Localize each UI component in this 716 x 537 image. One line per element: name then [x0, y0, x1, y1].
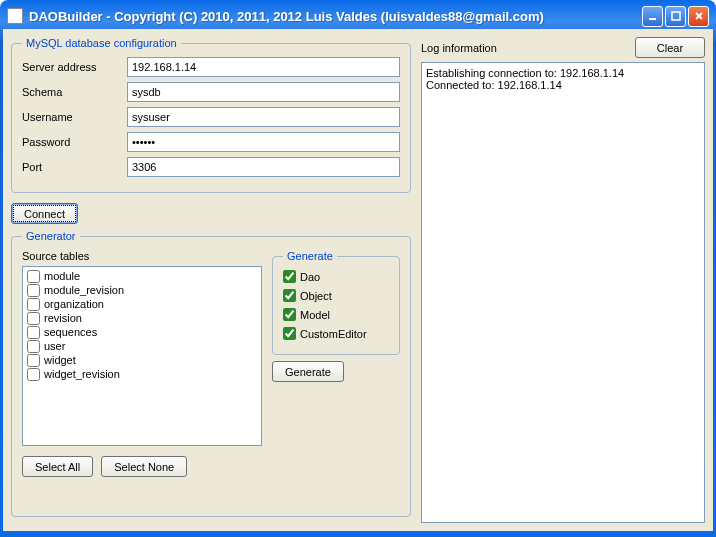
list-item-checkbox[interactable] — [27, 340, 40, 353]
generate-button[interactable]: Generate — [272, 361, 344, 382]
list-item-label: module_revision — [44, 283, 124, 297]
source-tables-label: Source tables — [22, 250, 262, 262]
list-item: user — [25, 339, 259, 353]
app-icon — [7, 8, 23, 24]
log-information-label: Log information — [421, 42, 635, 54]
list-item: revision — [25, 311, 259, 325]
server-address-input[interactable] — [127, 57, 400, 77]
close-button[interactable] — [688, 6, 709, 27]
window: DAOBuilder - Copyright (C) 2010, 2011, 2… — [0, 0, 716, 537]
window-controls — [642, 6, 709, 27]
customeditor-checkbox[interactable] — [283, 327, 296, 340]
list-item: organization — [25, 297, 259, 311]
password-input[interactable] — [127, 132, 400, 152]
dao-checkbox[interactable] — [283, 270, 296, 283]
list-item: widget_revision — [25, 367, 259, 381]
list-item: widget — [25, 353, 259, 367]
model-checkbox[interactable] — [283, 308, 296, 321]
generator-legend: Generator — [22, 230, 80, 242]
list-item-checkbox[interactable] — [27, 312, 40, 325]
generate-options-group: Generate Dao Object Model CustomEditor — [272, 250, 400, 355]
client-area: MySQL database configuration Server addr… — [3, 29, 713, 531]
list-item-checkbox[interactable] — [27, 368, 40, 381]
list-item-checkbox[interactable] — [27, 354, 40, 367]
list-item-label: widget_revision — [44, 367, 120, 381]
titlebar: DAOBuilder - Copyright (C) 2010, 2011, 2… — [3, 3, 713, 29]
select-all-button[interactable]: Select All — [22, 456, 93, 477]
log-output[interactable]: Establishing connection to: 192.168.1.14… — [421, 62, 705, 523]
list-item-checkbox[interactable] — [27, 326, 40, 339]
list-item-checkbox[interactable] — [27, 284, 40, 297]
list-item: module — [25, 269, 259, 283]
clear-button[interactable]: Clear — [635, 37, 705, 58]
password-label: Password — [22, 136, 127, 148]
source-tables-list[interactable]: module module_revision organization revi… — [22, 266, 262, 446]
username-label: Username — [22, 111, 127, 123]
generate-legend: Generate — [283, 250, 337, 262]
model-option[interactable]: Model — [283, 308, 389, 321]
username-input[interactable] — [127, 107, 400, 127]
object-checkbox[interactable] — [283, 289, 296, 302]
list-item-label: revision — [44, 311, 82, 325]
customeditor-option[interactable]: CustomEditor — [283, 327, 389, 340]
window-title: DAOBuilder - Copyright (C) 2010, 2011, 2… — [29, 9, 544, 24]
list-item-label: organization — [44, 297, 104, 311]
mysql-config-group: MySQL database configuration Server addr… — [11, 37, 411, 193]
svg-rect-0 — [649, 18, 656, 20]
list-item-label: module — [44, 269, 80, 283]
list-item-label: sequences — [44, 325, 97, 339]
list-item: module_revision — [25, 283, 259, 297]
list-item-checkbox[interactable] — [27, 298, 40, 311]
list-item-label: widget — [44, 353, 76, 367]
select-none-button[interactable]: Select None — [101, 456, 187, 477]
svg-rect-1 — [672, 12, 680, 20]
maximize-button[interactable] — [665, 6, 686, 27]
mysql-legend: MySQL database configuration — [22, 37, 181, 49]
generator-group: Generator Source tables module module_re… — [11, 230, 411, 517]
list-item-checkbox[interactable] — [27, 270, 40, 283]
schema-label: Schema — [22, 86, 127, 98]
dao-option[interactable]: Dao — [283, 270, 389, 283]
connect-button[interactable]: Connect — [11, 203, 78, 224]
port-label: Port — [22, 161, 127, 173]
list-item-label: user — [44, 339, 65, 353]
list-item: sequences — [25, 325, 259, 339]
port-input[interactable] — [127, 157, 400, 177]
minimize-button[interactable] — [642, 6, 663, 27]
object-option[interactable]: Object — [283, 289, 389, 302]
schema-input[interactable] — [127, 82, 400, 102]
server-address-label: Server address — [22, 61, 127, 73]
